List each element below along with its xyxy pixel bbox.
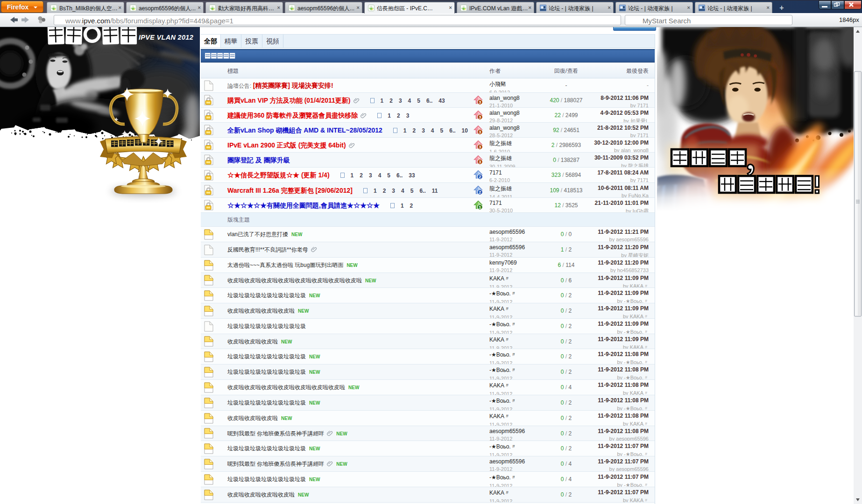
svg-text:3: 3 bbox=[479, 160, 481, 164]
svg-text:3: 3 bbox=[479, 145, 481, 149]
svg-text:3: 3 bbox=[479, 115, 481, 119]
svg-text:2: 2 bbox=[479, 190, 481, 195]
svg-text:IPVE VLAN 2012: IPVE VLAN 2012 bbox=[139, 34, 193, 41]
svg-text:2: 2 bbox=[479, 175, 481, 179]
svg-text:3: 3 bbox=[479, 100, 481, 105]
svg-text:1: 1 bbox=[479, 205, 481, 210]
svg-text:3: 3 bbox=[479, 130, 481, 134]
